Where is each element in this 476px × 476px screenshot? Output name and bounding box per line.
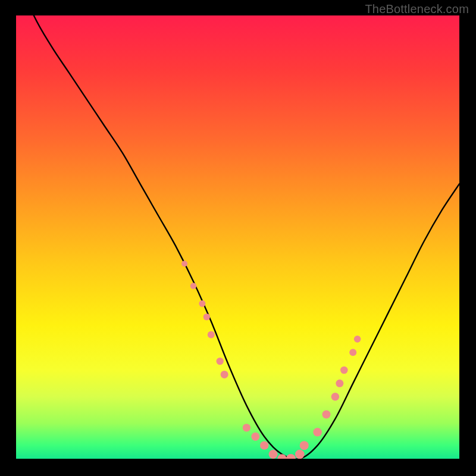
chart-stage: TheBottleneck.com xyxy=(0,0,476,476)
watermark-text: TheBottleneck.com xyxy=(365,2,469,16)
plot-area xyxy=(16,15,459,459)
